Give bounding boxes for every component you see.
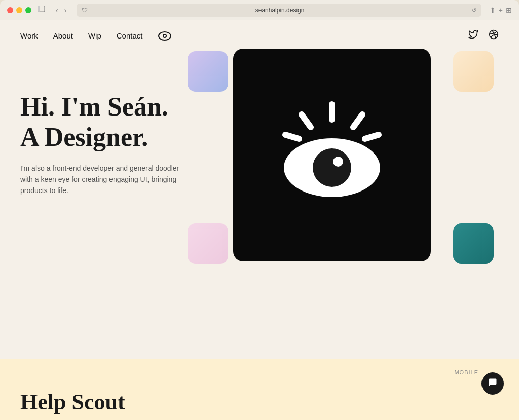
reload-icon: ↺: [472, 7, 476, 14]
chat-button[interactable]: [481, 372, 504, 395]
main-nav: Work About Wip Contact: [0, 20, 519, 51]
traffic-lights: [7, 7, 31, 13]
svg-point-12: [313, 148, 351, 187]
purple-decoration-square: [188, 51, 228, 92]
website-content: Work About Wip Contact: [0, 20, 519, 420]
nav-social-links: [468, 29, 499, 42]
svg-point-13: [333, 157, 343, 167]
bottom-section: Help Scout MOBILE: [0, 359, 519, 420]
eye-illustration-box: [233, 49, 431, 261]
twitter-icon[interactable]: [468, 30, 478, 42]
nav-wip-link[interactable]: Wip: [88, 31, 101, 40]
address-bar[interactable]: 🛡 seanhalpin.design ↺: [77, 4, 481, 17]
hero-text-block: Hi. I'm Seán. A Designer. I'm also a fro…: [20, 61, 182, 197]
svg-line-8: [353, 114, 362, 127]
chat-icon: [488, 377, 498, 390]
browser-titlebar: ‹ › 🛡 seanhalpin.design ↺ ⬆ + ⊞: [0, 0, 519, 20]
bottom-content: Help Scout: [20, 374, 125, 415]
hero-section: Hi. I'm Seán. A Designer. I'm also a fro…: [0, 51, 519, 304]
pink-decoration-square: [188, 223, 228, 264]
sidebar-toggle-button[interactable]: [38, 6, 46, 15]
svg-line-10: [365, 135, 379, 139]
hero-heading: Hi. I'm Seán. A Designer.: [20, 92, 182, 152]
back-button[interactable]: ‹: [54, 5, 60, 15]
project-title: Help Scout: [20, 374, 125, 415]
hero-subtext: I'm also a front-end developer and gener…: [20, 163, 182, 197]
fullscreen-button[interactable]: [25, 7, 31, 13]
security-icon: 🛡: [82, 7, 88, 14]
share-button[interactable]: ⬆: [490, 6, 496, 14]
svg-point-4: [164, 35, 166, 37]
svg-line-9: [285, 135, 299, 139]
svg-line-7: [302, 114, 311, 127]
nav-work-link[interactable]: Work: [20, 31, 38, 40]
browser-nav-controls: ‹ ›: [54, 5, 68, 15]
eye-illustration-svg: [261, 84, 403, 226]
new-tab-button[interactable]: +: [499, 6, 503, 14]
browser-action-buttons: ⬆ + ⊞: [490, 6, 512, 14]
tabs-overview-button[interactable]: ⊞: [506, 6, 512, 14]
browser-chrome: ‹ › 🛡 seanhalpin.design ↺ ⬆ + ⊞: [0, 0, 519, 20]
nav-about-link[interactable]: About: [53, 31, 73, 40]
minimize-button[interactable]: [16, 7, 22, 13]
forward-button[interactable]: ›: [62, 5, 69, 15]
teal-decoration-square: [453, 223, 494, 264]
section-label: MOBILE: [454, 369, 478, 375]
svg-rect-1: [38, 6, 40, 12]
dribbble-icon[interactable]: [489, 29, 499, 42]
peach-decoration-square: [453, 51, 494, 92]
close-button[interactable]: [7, 7, 13, 13]
url-text: seanhalpin.design: [91, 7, 468, 14]
eye-nav-icon[interactable]: [158, 31, 172, 41]
nav-contact-link[interactable]: Contact: [117, 31, 143, 40]
